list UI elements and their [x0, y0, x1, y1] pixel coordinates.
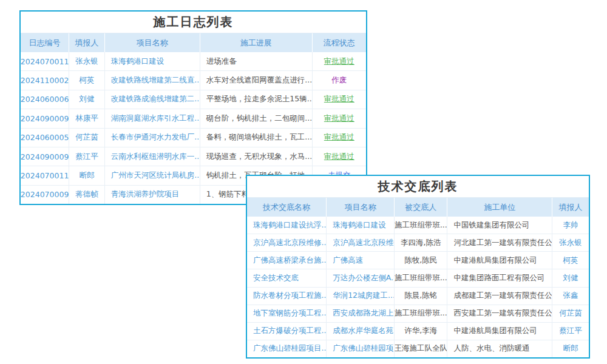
- cell-reporter[interactable]: 张永银: [69, 52, 105, 70]
- cell-project_name[interactable]: 湖南洞庭湖水库引水工程...: [105, 109, 200, 127]
- cell-reporter[interactable]: 蔡江平: [69, 147, 105, 166]
- column-header-reporter: 填报人: [69, 33, 105, 52]
- cell-reporter[interactable]: 蒋德帧: [69, 186, 105, 204]
- cell-reporter[interactable]: 柯英: [552, 252, 589, 269]
- table-row: 地下室钢筋分项工程...西安成都路龙湖上...施工班组带班...西安建工第一建筑…: [247, 305, 589, 323]
- table-row: 土石方爆破分项工程...成都水岸华庭名苑...许华,李海中建港航局集团有限公司蔡…: [247, 323, 589, 340]
- cell-unit: 中建港航局集团有限公司: [447, 252, 552, 269]
- cell-disclosure_name[interactable]: 防水卷材分项工程施...: [247, 288, 327, 305]
- cell-progress: 平整场地，拉走多余泥土15辆...: [200, 90, 313, 109]
- technical-disclosure-panel: 技术交底列表 技术交底名称项目名称被交底人施工单位填报人 珠海鹤港口建设抗浮..…: [246, 175, 590, 359]
- cell-project_name[interactable]: 广东佛山碧桂园项目: [327, 340, 395, 357]
- cell-progress: 砌台阶，钩机排土，二包砌间...: [200, 109, 313, 127]
- table-row: 2024090009林康平湖南洞庭湖水库引水工程...砌台阶，钩机排土，二包砌间…: [21, 109, 366, 128]
- cell-recipient: 许华,李海: [395, 323, 447, 340]
- cell-disclosure_name[interactable]: 京沪高速北京段维修...: [247, 234, 327, 251]
- cell-log_id[interactable]: 2024060006: [21, 90, 69, 109]
- cell-status[interactable]: 审批通过: [313, 147, 366, 166]
- cell-project_name[interactable]: 改建铁路线增建第二线直...: [105, 71, 200, 89]
- cell-disclosure_name[interactable]: 珠海鹤港口建设抗浮...: [247, 217, 327, 234]
- cell-project_name[interactable]: 西安成都路龙湖上...: [327, 305, 395, 322]
- cell-progress: 水车对全线遮阳网覆盖点进行...: [200, 71, 313, 89]
- cell-log_id[interactable]: 2024070009: [21, 186, 69, 204]
- table-row: 珠海鹤港口建设抗浮...珠海鹤港口建设施工班组带班...中国铁建集团有限公司李帅: [247, 217, 589, 234]
- column-header-progress: 施工进展: [200, 33, 313, 52]
- cell-disclosure_name[interactable]: 广佛高速桥梁承台施...: [247, 252, 327, 269]
- cell-log_id[interactable]: 2024110002: [21, 71, 69, 89]
- cell-reporter[interactable]: 何芷茵: [552, 305, 589, 322]
- cell-reporter[interactable]: 张永银: [552, 234, 589, 251]
- column-header-disclosure_name: 技术交底名称: [247, 198, 327, 217]
- cell-status[interactable]: 作废: [313, 71, 366, 89]
- column-header-log_id: 日志编号: [21, 33, 69, 52]
- cell-project_name[interactable]: 珠海鹤港口建设: [327, 217, 395, 234]
- cell-log_id[interactable]: 2024090009: [21, 109, 69, 127]
- column-header-project_name: 项目名称: [105, 33, 200, 52]
- cell-unit: 人防、水电、消防暖通: [447, 340, 552, 357]
- cell-recipient: 陈晨,陈铭: [395, 288, 447, 305]
- column-header-project_name: 项目名称: [327, 198, 395, 217]
- cell-disclosure_name[interactable]: 安全技术交底: [247, 269, 327, 286]
- cell-disclosure_name[interactable]: 广东佛山碧桂园项目...: [247, 340, 327, 357]
- cell-log_id[interactable]: 2024060005: [21, 129, 69, 147]
- cell-project_name[interactable]: 云南水利枢纽潜明水库一...: [105, 147, 200, 166]
- technical-disclosure-rows: 珠海鹤港口建设抗浮...珠海鹤港口建设施工班组带班...中国铁建集团有限公司李帅…: [247, 217, 589, 357]
- cell-recipient: 施工班组带班...: [395, 217, 447, 234]
- cell-recipient: 施工班组带班...: [395, 305, 447, 322]
- cell-reporter[interactable]: 刘健: [69, 90, 105, 109]
- cell-progress: 备料，砌间墙钩机排土，瓦工...: [200, 129, 313, 147]
- cell-reporter[interactable]: 张鑫: [552, 288, 589, 305]
- technical-disclosure-title: 技术交底列表: [247, 176, 589, 198]
- cell-project_name[interactable]: 长春市伊通河水力发电厂...: [105, 129, 200, 147]
- technical-disclosure-header-row: 技术交底名称项目名称被交底人施工单位填报人: [247, 198, 589, 217]
- cell-recipient: 陈牧,陈民: [395, 252, 447, 269]
- cell-reporter[interactable]: 李帅: [552, 217, 589, 234]
- cell-project_name[interactable]: 万达办公楼左侧A...: [327, 269, 395, 286]
- table-row: 2024060005何芷茵长春市伊通河水力发电厂...备料，砌间墙钩机排土，瓦工…: [21, 129, 366, 147]
- cell-log_id[interactable]: 2024070011: [21, 166, 69, 184]
- cell-unit: 河北建工第一建筑有限责任公司: [447, 234, 552, 251]
- cell-status[interactable]: 审批通过: [313, 90, 366, 109]
- table-row: 广佛高速桥梁承台施...广佛高速陈牧,陈民中建港航局集团有限公司柯英: [247, 252, 589, 269]
- table-row: 广东佛山碧桂园项目...广东佛山碧桂园项目王海施工队全队人防、水电、消防暖通断郎: [247, 340, 589, 357]
- cell-log_id[interactable]: 2024070011: [21, 52, 69, 70]
- table-row: 防水卷材分项工程施...华润12城房建工...陈晨,陈铭成都建工第一建筑有限责任…: [247, 288, 589, 305]
- cell-disclosure_name[interactable]: 土石方爆破分项工程...: [247, 323, 327, 340]
- cell-project_name[interactable]: 成都水岸华庭名苑...: [327, 323, 395, 340]
- cell-status[interactable]: 审批通过: [313, 109, 366, 127]
- construction-log-header-row: 日志编号填报人项目名称施工进展流程状态: [21, 33, 366, 52]
- cell-recipient: 王海施工队全队: [395, 340, 447, 357]
- cell-status[interactable]: 审批通过: [313, 129, 366, 147]
- cell-reporter[interactable]: 何芷茵: [69, 129, 105, 147]
- cell-unit: 中国铁建集团有限公司: [447, 217, 552, 234]
- column-header-reporter: 填报人: [552, 198, 589, 217]
- cell-reporter[interactable]: 林康平: [69, 109, 105, 127]
- cell-project_name[interactable]: 青海洪湖养护院项目: [105, 186, 200, 204]
- table-row: 京沪高速北京段维修...京沪高速北京段维修李四海,陈浩河北建工第一建筑有限责任公…: [247, 234, 589, 252]
- cell-project_name[interactable]: 广州市天河区统计局机房...: [105, 166, 200, 184]
- cell-reporter[interactable]: 蔡江平: [552, 323, 589, 340]
- cell-reporter[interactable]: 刘健: [552, 269, 589, 286]
- cell-log_id[interactable]: 2024090009: [21, 147, 69, 166]
- cell-reporter[interactable]: 断郎: [552, 340, 589, 357]
- cell-project_name[interactable]: 京沪高速北京段维修: [327, 234, 395, 251]
- cell-unit: 西安建工第一建筑有限责任公司: [447, 305, 552, 322]
- cell-reporter[interactable]: 柯英: [69, 71, 105, 89]
- cell-project_name[interactable]: 华润12城房建工...: [327, 288, 395, 305]
- cell-recipient: 施工班组带班...: [395, 269, 447, 286]
- cell-project_name[interactable]: 珠海鹤港口建设: [105, 52, 200, 70]
- table-row: 2024060006刘健改建铁路成渝线增建第二...平整场地，拉走多余泥土15辆…: [21, 90, 366, 109]
- table-row: 2024070011张永银珠海鹤港口建设进场准备审批通过: [21, 52, 366, 71]
- cell-reporter[interactable]: 断郎: [69, 166, 105, 184]
- cell-status[interactable]: 审批通过: [313, 52, 366, 70]
- cell-project_name[interactable]: 广佛高速: [327, 252, 395, 269]
- construction-log-title: 施工日志列表: [21, 12, 366, 33]
- column-header-status: 流程状态: [313, 33, 366, 52]
- page: 施工日志列表 日志编号填报人项目名称施工进展流程状态 2024070011张永银…: [0, 0, 607, 364]
- table-row: 2024090009蔡江平云南水利枢纽潜明水库一...现场巡查，无积水现象，水马…: [21, 147, 366, 166]
- column-header-recipient: 被交底人: [395, 198, 447, 217]
- cell-progress: 现场巡查，无积水现象，水马...: [200, 147, 313, 166]
- cell-project_name[interactable]: 改建铁路成渝线增建第二...: [105, 90, 200, 109]
- cell-unit: 成都建工第一建筑有限责任公司: [447, 288, 552, 305]
- cell-disclosure_name[interactable]: 地下室钢筋分项工程...: [247, 305, 327, 322]
